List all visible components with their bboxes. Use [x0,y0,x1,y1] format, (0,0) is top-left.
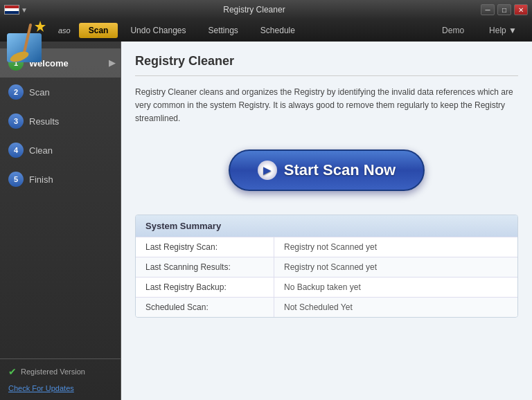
summary-value-3: No Backup taken yet [274,278,517,297]
sidebar-item-results[interactable]: 3 Results [0,107,121,136]
maximize-button[interactable]: □ [497,4,511,15]
flag-icon [4,5,19,15]
summary-label-2: Last Scanning Results: [136,257,274,277]
check-updates-link[interactable]: Check For Updates [8,384,74,392]
summary-header: System Summary [136,215,517,237]
language-flag[interactable]: ▼ [4,5,28,15]
registered-label: Registered Version [21,367,85,376]
summary-row-3: Last Registry Backup: No Backup taken ye… [136,277,517,297]
app-icon [4,19,51,66]
step-4-circle: 4 [8,143,24,158]
main-layout: 1 Welcome ▶ 2 Scan 3 Results 4 Clean 5 F… [0,42,532,400]
scan-button-area: ▶ Start Scan Now [135,136,518,205]
svg-marker-4 [35,21,46,32]
sidebar: 1 Welcome ▶ 2 Scan 3 Results 4 Clean 5 F… [0,42,121,400]
check-icon: ✔ [8,366,17,377]
summary-label-4: Scheduled Scan: [136,298,274,317]
summary-value-1: Registry not Scanned yet [274,237,517,257]
system-summary: System Summary Last Registry Scan: Regis… [135,215,518,318]
summary-row-1: Last Registry Scan: Registry not Scanned… [136,237,517,257]
start-scan-button[interactable]: ▶ Start Scan Now [229,149,425,191]
tab-scan[interactable]: Scan [79,23,118,38]
step-2-circle: 2 [8,84,24,100]
sidebar-item-clean[interactable]: 4 Clean [0,136,121,165]
sidebar-item-scan-label: Scan [29,87,50,98]
page-title: Registry Cleaner [135,54,518,76]
summary-value-4: Not Scheduled Yet [274,298,517,317]
sidebar-item-finish-label: Finish [29,174,53,185]
step-5-circle: 5 [8,172,24,187]
window-title: Registry Cleaner [28,5,481,15]
close-button[interactable]: ✕ [514,4,528,15]
tab-schedule[interactable]: Schedule [251,23,305,38]
registered-badge: ✔ Registered Version [8,366,112,377]
menu-right: Demo Help ▼ [432,23,526,38]
tab-demo[interactable]: Demo [432,23,474,38]
sidebar-item-clean-label: Clean [29,145,53,156]
menu-bar: aso Scan Undo Changes Settings Schedule … [0,19,532,42]
title-bar: ▼ Registry Cleaner ─ □ ✕ [0,0,532,19]
tab-undo-changes[interactable]: Undo Changes [121,23,195,38]
brand-logo: aso [58,26,71,35]
content-area: Registry Cleaner Registry Cleaner cleans… [121,42,532,400]
step-3-circle: 3 [8,113,24,129]
sidebar-bottom: ✔ Registered Version Check For Updates [0,358,121,400]
flag-dropdown[interactable]: ▼ [21,6,28,14]
sidebar-arrow-icon: ▶ [109,58,115,68]
summary-label-3: Last Registry Backup: [136,278,274,297]
tab-settings[interactable]: Settings [199,23,248,38]
minimize-button[interactable]: ─ [481,4,495,15]
content-description: Registry Cleaner cleans and organizes th… [135,86,518,126]
sidebar-item-finish[interactable]: 5 Finish [0,165,121,194]
tab-help[interactable]: Help ▼ [479,23,526,38]
sidebar-item-results-label: Results [29,116,59,127]
summary-label-1: Last Registry Scan: [136,237,274,257]
window-controls: ─ □ ✕ [481,4,528,15]
start-scan-label: Start Scan Now [284,161,396,179]
sidebar-item-scan[interactable]: 2 Scan [0,78,121,107]
summary-value-2: Registry not Scanned yet [274,257,517,277]
summary-row-4: Scheduled Scan: Not Scheduled Yet [136,297,517,317]
summary-row-2: Last Scanning Results: Registry not Scan… [136,257,517,277]
play-icon: ▶ [258,161,277,180]
